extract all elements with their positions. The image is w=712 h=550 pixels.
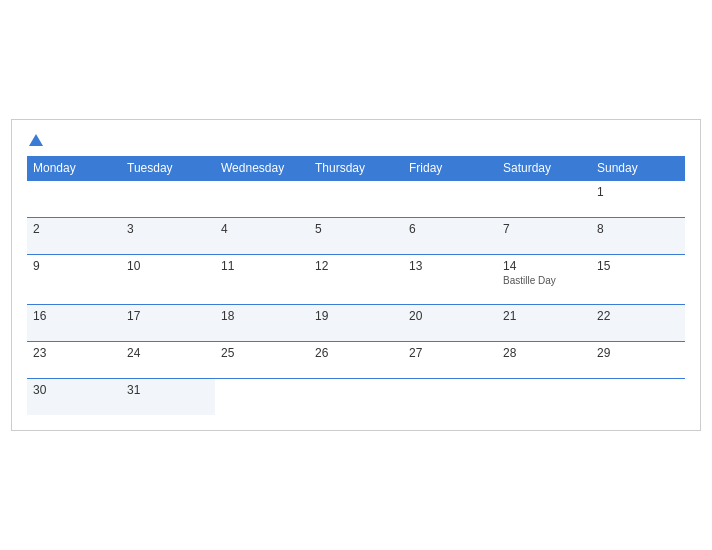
- calendar-cell: 16: [27, 305, 121, 342]
- day-number: 4: [221, 222, 303, 236]
- calendar-cell: 29: [591, 342, 685, 379]
- day-number: 24: [127, 346, 209, 360]
- calendar-cell: [121, 181, 215, 218]
- calendar-cell: 24: [121, 342, 215, 379]
- day-number: 31: [127, 383, 209, 397]
- calendar-cell: 11: [215, 255, 309, 305]
- calendar-cell: [403, 379, 497, 416]
- calendar-cell: 6: [403, 218, 497, 255]
- calendar-cell: 22: [591, 305, 685, 342]
- week-row-1: 2345678: [27, 218, 685, 255]
- calendar-cell: [309, 379, 403, 416]
- day-number: 21: [503, 309, 585, 323]
- day-number: 13: [409, 259, 491, 273]
- day-number: 27: [409, 346, 491, 360]
- calendar-cell: 10: [121, 255, 215, 305]
- calendar-cell: 30: [27, 379, 121, 416]
- weekday-header-thursday: Thursday: [309, 156, 403, 181]
- day-number: 26: [315, 346, 397, 360]
- calendar-cell: 2: [27, 218, 121, 255]
- day-number: 25: [221, 346, 303, 360]
- weekday-header-row: MondayTuesdayWednesdayThursdayFridaySatu…: [27, 156, 685, 181]
- week-row-4: 23242526272829: [27, 342, 685, 379]
- calendar-cell: 23: [27, 342, 121, 379]
- day-number: 11: [221, 259, 303, 273]
- day-number: 2: [33, 222, 115, 236]
- calendar-cell: 1: [591, 181, 685, 218]
- weekday-header-tuesday: Tuesday: [121, 156, 215, 181]
- calendar-cell: 25: [215, 342, 309, 379]
- day-number: 3: [127, 222, 209, 236]
- calendar-cell: 18: [215, 305, 309, 342]
- day-number: 14: [503, 259, 585, 273]
- week-row-2: 91011121314Bastille Day15: [27, 255, 685, 305]
- calendar-cell: 19: [309, 305, 403, 342]
- day-number: 8: [597, 222, 679, 236]
- day-event: Bastille Day: [503, 275, 585, 286]
- week-row-3: 16171819202122: [27, 305, 685, 342]
- calendar-container: MondayTuesdayWednesdayThursdayFridaySatu…: [11, 119, 701, 431]
- calendar-cell: [27, 181, 121, 218]
- day-number: 23: [33, 346, 115, 360]
- calendar-cell: 3: [121, 218, 215, 255]
- day-number: 19: [315, 309, 397, 323]
- day-number: 10: [127, 259, 209, 273]
- day-number: 1: [597, 185, 679, 199]
- weekday-header-sunday: Sunday: [591, 156, 685, 181]
- day-number: 12: [315, 259, 397, 273]
- calendar-cell: 31: [121, 379, 215, 416]
- calendar-cell: 7: [497, 218, 591, 255]
- weekday-header-wednesday: Wednesday: [215, 156, 309, 181]
- day-number: 17: [127, 309, 209, 323]
- calendar-cell: 17: [121, 305, 215, 342]
- week-row-0: 1: [27, 181, 685, 218]
- day-number: 30: [33, 383, 115, 397]
- calendar-cell: [497, 181, 591, 218]
- day-number: 15: [597, 259, 679, 273]
- calendar-cell: 9: [27, 255, 121, 305]
- calendar-cell: 13: [403, 255, 497, 305]
- day-number: 6: [409, 222, 491, 236]
- calendar-cell: [215, 181, 309, 218]
- day-number: 20: [409, 309, 491, 323]
- logo-general-row: [27, 130, 43, 148]
- calendar-cell: 21: [497, 305, 591, 342]
- day-number: 9: [33, 259, 115, 273]
- day-number: 16: [33, 309, 115, 323]
- calendar-cell: [403, 181, 497, 218]
- calendar-cell: 28: [497, 342, 591, 379]
- calendar-grid: MondayTuesdayWednesdayThursdayFridaySatu…: [27, 156, 685, 415]
- weekday-header-monday: Monday: [27, 156, 121, 181]
- day-number: 7: [503, 222, 585, 236]
- day-number: 28: [503, 346, 585, 360]
- day-number: 5: [315, 222, 397, 236]
- calendar-cell: [497, 379, 591, 416]
- logo-area: [27, 130, 43, 148]
- weekday-header-friday: Friday: [403, 156, 497, 181]
- calendar-cell: 26: [309, 342, 403, 379]
- calendar-cell: 4: [215, 218, 309, 255]
- calendar-cell: [591, 379, 685, 416]
- calendar-cell: 27: [403, 342, 497, 379]
- calendar-cell: 14Bastille Day: [497, 255, 591, 305]
- logo-triangle-icon: [29, 134, 43, 146]
- calendar-cell: 20: [403, 305, 497, 342]
- day-number: 18: [221, 309, 303, 323]
- calendar-header: [27, 130, 685, 148]
- day-number: 22: [597, 309, 679, 323]
- calendar-cell: 5: [309, 218, 403, 255]
- weekday-header-saturday: Saturday: [497, 156, 591, 181]
- day-number: 29: [597, 346, 679, 360]
- calendar-cell: [215, 379, 309, 416]
- calendar-cell: 12: [309, 255, 403, 305]
- week-row-5: 3031: [27, 379, 685, 416]
- calendar-cell: [309, 181, 403, 218]
- calendar-cell: 8: [591, 218, 685, 255]
- calendar-cell: 15: [591, 255, 685, 305]
